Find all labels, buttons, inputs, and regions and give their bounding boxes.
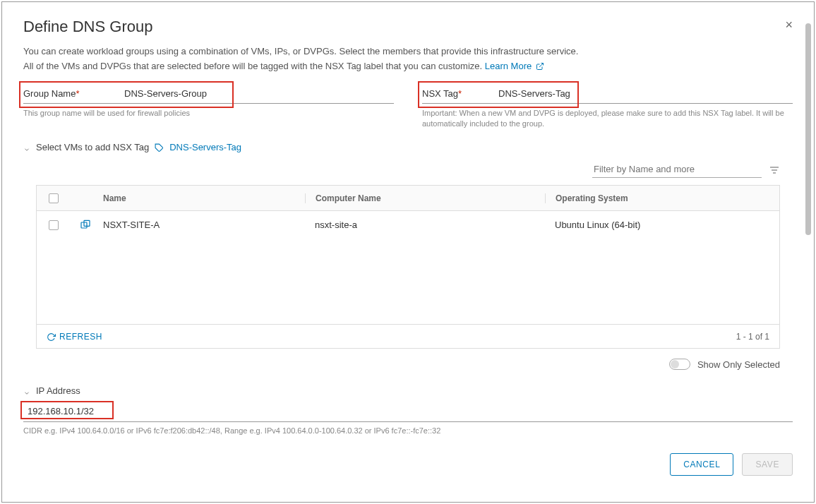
define-dns-group-modal: × Define DNS Group You can create worklo… <box>1 1 815 503</box>
page-title: Define DNS Group <box>23 18 793 36</box>
row-name: NSXT-SITE-A <box>100 220 305 230</box>
desc-line2: All of the VMs and DVPGs that are select… <box>23 61 485 71</box>
pagination-text: 1 - 1 of 1 <box>736 332 769 342</box>
svg-rect-2 <box>770 167 779 167</box>
svg-line-0 <box>539 64 544 68</box>
tag-display: DNS-Servers-Tag <box>169 142 241 152</box>
description-text: You can create workload groups using a c… <box>23 44 793 74</box>
learn-more-link[interactable]: Learn More <box>485 61 544 71</box>
group-name-field: Group Name* This group name will be used… <box>23 88 394 130</box>
close-icon[interactable]: × <box>785 18 793 32</box>
col-name-header[interactable]: Name <box>100 193 305 203</box>
filter-input[interactable] <box>592 161 762 178</box>
vm-section-header[interactable]: Select VMs to add NSX Tag DNS-Servers-Ta… <box>23 142 793 152</box>
nsx-tag-hint: Important: When a new VM and DVPG is dep… <box>422 108 793 130</box>
nsx-tag-field: NSX Tag* Important: When a new VM and DV… <box>422 88 793 130</box>
row-comp: nsxt-site-a <box>305 220 545 230</box>
ip-field <box>23 403 793 422</box>
filter-icon[interactable] <box>769 164 780 176</box>
external-link-icon <box>536 59 544 74</box>
refresh-button[interactable]: REFRESH <box>47 332 102 342</box>
save-button: SAVE <box>742 453 793 476</box>
group-name-label: Group Name* <box>23 88 119 99</box>
show-only-selected-label: Show Only Selected <box>697 359 780 370</box>
row-checkbox[interactable] <box>49 220 59 230</box>
col-os-header[interactable]: Operating System <box>545 193 779 203</box>
group-name-input[interactable] <box>119 88 394 99</box>
refresh-icon <box>47 332 56 342</box>
cancel-button[interactable]: CANCEL <box>670 453 733 476</box>
ip-hint: CIDR e.g. IPv4 100.64.0.0/16 or IPv6 fc7… <box>23 426 793 435</box>
select-all-checkbox[interactable] <box>49 193 59 203</box>
desc-line1: You can create workload groups using a c… <box>23 46 578 56</box>
ip-section-header[interactable]: IP Address <box>23 385 793 396</box>
table-row[interactable]: NSXT-SITE-A nsxt-site-a Ubuntu Linux (64… <box>37 211 779 239</box>
svg-rect-3 <box>772 169 777 170</box>
tag-icon <box>155 143 164 152</box>
show-only-selected-toggle[interactable] <box>669 359 690 370</box>
row-os: Ubuntu Linux (64-bit) <box>545 220 779 230</box>
nsx-tag-label: NSX Tag* <box>422 88 493 99</box>
ip-address-input[interactable] <box>23 403 115 419</box>
chevron-down-icon <box>23 388 30 395</box>
chevron-down-icon <box>23 144 30 151</box>
scrollbar[interactable] <box>805 23 811 235</box>
group-name-hint: This group name will be used for firewal… <box>23 108 394 119</box>
vm-table: Name Computer Name Operating System NSXT… <box>36 185 780 349</box>
vm-icon <box>71 220 100 231</box>
nsx-tag-input[interactable] <box>493 88 793 99</box>
svg-rect-4 <box>773 172 776 173</box>
col-comp-header[interactable]: Computer Name <box>305 193 545 203</box>
